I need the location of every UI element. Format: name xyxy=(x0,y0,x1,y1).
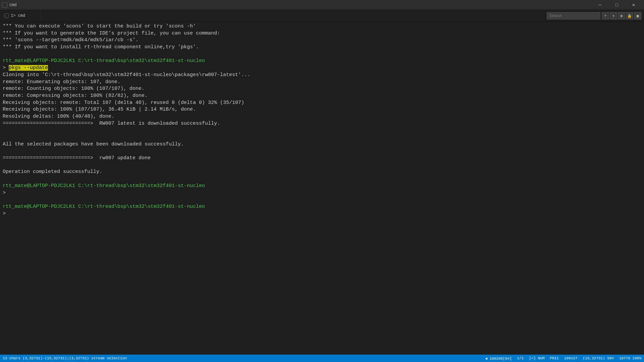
minimize-button[interactable]: ─ xyxy=(592,0,608,10)
svg-text:C:\>: C:\> xyxy=(3,4,7,6)
svg-text:>_: >_ xyxy=(5,15,8,17)
line-5 xyxy=(3,51,6,57)
line-empty5 xyxy=(3,176,6,182)
line-op-complete: Operation completed successfully. xyxy=(3,169,102,175)
tab-bar: >_ 1> cmd + ▾ ⊞ 🔒 ▦ xyxy=(0,10,644,22)
line-empty2 xyxy=(3,134,6,140)
line-all-pkg: All the selected packages have been down… xyxy=(3,141,184,147)
window-controls[interactable]: ─ □ ✕ xyxy=(592,0,644,10)
prompt-1: rtt_mate@LAPTOP-PDJC2LK1 C:\rt-thread\bs… xyxy=(3,58,205,64)
dropdown-icon[interactable]: ▾ xyxy=(610,12,617,19)
line-recv1: Receiving objects: remote: Total 107 (de… xyxy=(3,100,244,106)
status-left: 13 chars (3,32731)-(15,32731);(3,32731) … xyxy=(3,356,127,360)
search-area: + ▾ ⊞ 🔒 ▦ xyxy=(544,10,644,21)
line-cmd: > pkgs --update xyxy=(3,65,48,71)
status-item-6: (15,32731) 50V xyxy=(583,356,614,361)
line-prompt3: > xyxy=(3,211,6,217)
line-enum: remote: Enumerating objects: 107, done. xyxy=(3,79,120,85)
line-prompt2: > xyxy=(3,190,6,196)
line-compress: remote: Compressing objects: 100% (82/82… xyxy=(3,93,148,99)
prompt-3: rtt_mate@LAPTOP-PDJC2LK1 C:\rt-thread\bs… xyxy=(3,204,205,209)
tab-label: 1> cmd xyxy=(11,13,25,18)
line-clone: Cloning into 'C:\rt-thread\bsp\stm32\stm… xyxy=(3,72,250,78)
tab-icon: >_ xyxy=(4,13,9,18)
line-1: *** You can execute 'scons' to start the… xyxy=(3,23,196,29)
line-4: *** If you want to install rt-thread com… xyxy=(3,44,199,50)
toolbar-icons: + ▾ ⊞ 🔒 ▦ xyxy=(602,12,641,19)
status-item-4: PRI1 xyxy=(550,356,559,361)
status-item-1: ◀ 180206[64] xyxy=(485,356,512,361)
window-title: cmd xyxy=(9,3,17,7)
window-icon[interactable]: ⊞ xyxy=(618,12,625,19)
line-count: remote: Counting objects: 100% (107/107)… xyxy=(3,86,145,92)
status-bar: 13 chars (3,32731)-(15,32731);(3,32731) … xyxy=(0,355,644,362)
lock-icon[interactable]: 🔒 xyxy=(626,12,633,19)
line-2: *** If you want to generate the IDE's pr… xyxy=(3,31,220,36)
line-update-done: =============================> rw007 upd… xyxy=(3,155,151,161)
terminal-output: *** You can execute 'scons' to start the… xyxy=(3,23,641,217)
command-highlight: pkgs --update xyxy=(9,65,48,71)
tab-cmd[interactable]: >_ 1> cmd xyxy=(0,10,40,21)
line-empty1 xyxy=(3,127,6,133)
line-3: *** 'scons --target=mdk/mdk4/mdk5/iar/cb… xyxy=(3,37,139,43)
grid-icon[interactable]: ▦ xyxy=(634,12,641,19)
status-item-7: 18776 100% xyxy=(619,356,641,361)
cmd-icon: C:\> xyxy=(2,2,7,8)
title-bar-left: C:\> cmd xyxy=(0,2,17,8)
maximize-button[interactable]: □ xyxy=(609,0,625,10)
line-empty4 xyxy=(3,162,6,168)
status-item-2: 1/1 xyxy=(517,356,524,361)
terminal-area[interactable]: *** You can execute 'scons' to start the… xyxy=(0,22,644,355)
close-button[interactable]: ✕ xyxy=(626,0,641,10)
prompt-2: rtt_mate@LAPTOP-PDJC2LK1 C:\rt-thread\bs… xyxy=(3,183,205,189)
line-rw007: =============================> RW007 lat… xyxy=(3,121,220,126)
title-bar: C:\> cmd ─ □ ✕ xyxy=(0,0,644,10)
status-item-3: [+] NUM xyxy=(529,356,544,361)
search-input[interactable] xyxy=(547,12,600,19)
line-empty3 xyxy=(3,148,6,154)
line-resolve: Resolving deltas: 100% (40/40), done. xyxy=(3,114,114,119)
status-item-5: 106x27 xyxy=(564,356,578,361)
line-empty6 xyxy=(3,197,6,202)
add-icon[interactable]: + xyxy=(602,12,609,19)
line-recv2: Receiving objects: 100% (107/107), 36.45… xyxy=(3,107,196,112)
status-right: ◀ 180206[64] 1/1 [+] NUM PRI1 106x27 (15… xyxy=(485,356,641,361)
